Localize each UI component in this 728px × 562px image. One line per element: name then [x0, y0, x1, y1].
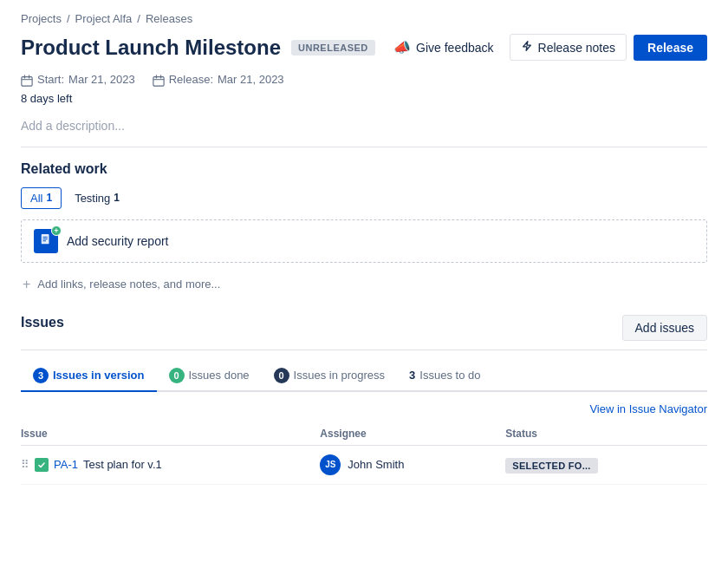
release-button[interactable]: Release — [634, 35, 707, 61]
work-item-doc-icon — [40, 233, 52, 248]
breadcrumb-project-alfa[interactable]: Project Alfa — [75, 12, 133, 25]
days-left: 8 days left — [0, 90, 728, 112]
work-item-icon: + — [34, 229, 58, 253]
related-work-section: Related work All 1 Testing 1 + Add secur… — [0, 147, 728, 304]
add-links-label: Add links, release notes, and more... — [37, 278, 220, 291]
header-left: Product Launch Milestone UNRELEASED — [21, 36, 375, 60]
svg-rect-4 — [153, 76, 164, 86]
breadcrumb: Projects / Project Alfa / Releases — [0, 0, 728, 30]
issues-title: Issues — [21, 315, 64, 330]
tab-done-count: 0 — [169, 368, 185, 383]
start-label: Start: — [37, 73, 64, 86]
status-cell: SELECTED FO... — [505, 445, 707, 484]
filter-tab-testing-label: Testing — [75, 192, 110, 205]
col-assignee: Assignee — [320, 422, 505, 446]
release-notes-label: Release notes — [538, 41, 616, 55]
col-status: Status — [505, 422, 707, 446]
start-date-item: Start: Mar 21, 2023 — [21, 73, 135, 87]
related-work-title: Related work — [21, 161, 707, 177]
release-meta-label: Release: — [169, 73, 213, 86]
work-item-label: Add security report — [67, 234, 169, 248]
tab-in-version-label: Issues in version — [53, 369, 145, 382]
tab-in-progress-label: Issues in progress — [294, 369, 386, 382]
feedback-icon: 📣 — [393, 39, 411, 56]
issues-section: Issues Add issues 3 Issues in version 0 … — [0, 304, 728, 485]
description-area[interactable]: Add a description... — [0, 112, 728, 147]
calendar-icon-release — [153, 73, 165, 87]
drag-handle-icon[interactable]: ⠿ — [21, 458, 29, 471]
filter-tab-testing-count: 1 — [114, 192, 120, 204]
assignee-name: John Smith — [348, 458, 404, 471]
issue-cell: ⠿ PA-1 Test plan for v.1 — [21, 445, 320, 484]
add-links-row[interactable]: + Add links, release notes, and more... — [21, 271, 707, 297]
give-feedback-label: Give feedback — [416, 41, 494, 55]
breadcrumb-sep-2: / — [137, 12, 140, 25]
issues-tab-in-version[interactable]: 3 Issues in version — [21, 361, 157, 392]
issue-summary: Test plan for v.1 — [83, 458, 162, 471]
tab-to-do-label: Issues to do — [419, 369, 480, 382]
add-issues-button[interactable]: Add issues — [622, 315, 707, 341]
calendar-icon-start — [21, 73, 33, 87]
issues-tabs: 3 Issues in version 0 Issues done 0 Issu… — [21, 361, 707, 392]
issues-tab-in-progress[interactable]: 0 Issues in progress — [262, 361, 398, 392]
filter-tab-all-label: All — [30, 192, 42, 205]
tab-in-version-count: 3 — [33, 368, 49, 383]
lightning-icon — [521, 40, 533, 55]
status-badge: SELECTED FO... — [505, 458, 597, 474]
start-date: Mar 21, 2023 — [68, 73, 135, 86]
assignee-cell: JS John Smith — [320, 445, 505, 484]
header-actions: 📣 Give feedback Release notes Release — [385, 34, 707, 61]
issues-header: Issues Add issues — [21, 315, 707, 341]
issues-tab-to-do[interactable]: 3 Issues to do — [397, 361, 492, 392]
view-navigator-link[interactable]: View in Issue Navigator — [21, 401, 707, 422]
svg-rect-0 — [22, 76, 32, 86]
table-row: ⠿ PA-1 Test plan for v.1 JS John Smith — [21, 445, 707, 484]
page-header: Product Launch Milestone UNRELEASED 📣 Gi… — [0, 30, 728, 71]
issues-tab-done[interactable]: 0 Issues done — [157, 361, 262, 392]
release-date: Mar 21, 2023 — [218, 73, 284, 86]
filter-tab-all[interactable]: All 1 — [21, 187, 62, 209]
breadcrumb-releases[interactable]: Releases — [146, 12, 192, 25]
work-item-plus-badge: + — [51, 225, 62, 236]
tab-in-progress-count: 0 — [274, 368, 289, 383]
breadcrumb-sep-1: / — [67, 12, 70, 25]
avatar: JS — [320, 454, 341, 475]
col-issue: Issue — [21, 422, 320, 446]
page-title: Product Launch Milestone — [21, 36, 281, 60]
issues-table: Issue Assignee Status ⠿ PA-1 Te — [21, 422, 707, 485]
unreleased-badge: UNRELEASED — [291, 40, 375, 56]
give-feedback-button[interactable]: 📣 Give feedback — [385, 34, 503, 61]
release-date-item: Release: Mar 21, 2023 — [153, 73, 284, 87]
meta-row: Start: Mar 21, 2023 Release: Mar 21, 202… — [0, 71, 728, 90]
work-item-card[interactable]: + Add security report — [21, 219, 707, 263]
filter-tab-all-count: 1 — [46, 192, 52, 204]
tab-done-label: Issues done — [189, 369, 250, 382]
add-links-plus-icon: + — [23, 277, 30, 292]
breadcrumb-projects[interactable]: Projects — [21, 12, 62, 25]
tab-to-do-count: 3 — [409, 369, 415, 382]
release-notes-button[interactable]: Release notes — [510, 34, 627, 61]
filter-tab-testing[interactable]: Testing 1 — [65, 187, 129, 209]
issue-type-icon — [35, 458, 49, 472]
issue-key[interactable]: PA-1 — [54, 458, 78, 471]
issues-divider — [21, 350, 707, 350]
related-work-filter-tabs: All 1 Testing 1 — [21, 187, 707, 209]
